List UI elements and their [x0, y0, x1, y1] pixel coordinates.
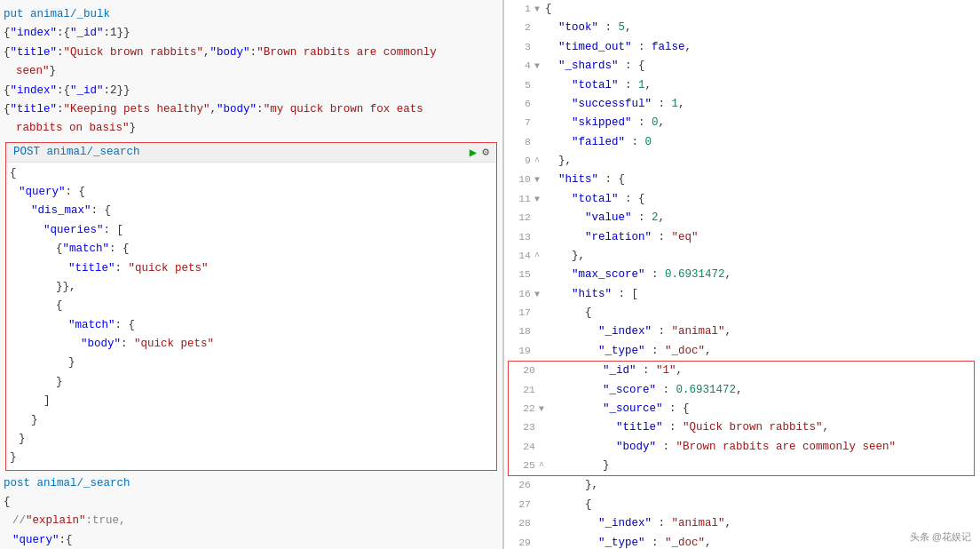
r-line-27: 27 {	[504, 496, 980, 514]
left-content: put animal/_bulk {"index":{"_id":1}} {"t…	[0, 0, 502, 549]
q-line-16: }	[6, 449, 496, 467]
r-line-24: 24 "body" : "Brown rabbits are commonly …	[509, 438, 974, 457]
r-line-10: 10 ▼ "hits" : {	[504, 171, 980, 189]
r-line-6: 6 "successful" : 1,	[504, 95, 980, 114]
settings-icon[interactable]: ⚙	[482, 145, 489, 159]
r-line-23: 23 "title" : "Quick brown rabbits",	[509, 418, 974, 437]
r-line-28: 28 "_index" : "animal",	[504, 514, 980, 533]
q-line-1: {	[6, 164, 496, 183]
r-line-20: 20 "_id" : "1",	[509, 362, 974, 380]
left-panel: put animal/_bulk {"index":{"_id":1}} {"t…	[0, 0, 504, 549]
r-line-2: 2 "took" : 5,	[504, 19, 980, 37]
r-line-21: 21 "_score" : 0.6931472,	[509, 381, 974, 400]
section-icons: ▶ ⚙	[470, 145, 489, 160]
r-line-1: 1 ▼ {	[504, 0, 980, 19]
q-line-13: ]	[6, 392, 496, 410]
r-line-19: 19 "_type" : "_doc",	[504, 342, 980, 361]
q-line-10: "body": "quick pets"	[6, 335, 496, 354]
q-line-14: }	[6, 411, 496, 430]
r-line-13: 13 "relation" : "eq"	[504, 228, 980, 247]
r-line-14: 14 ^ },	[504, 247, 980, 266]
post-line-1: post animal/_search	[0, 474, 502, 493]
r-line-7: 7 "skipped" : 0,	[504, 114, 980, 132]
r-line-29: 29 "_type" : "_doc",	[504, 534, 980, 550]
q-line-12: }	[6, 373, 496, 392]
search-query-section: POST animal/_search ▶ ⚙ { "query": { "di…	[5, 142, 497, 471]
r-line-17: 17 {	[504, 304, 980, 322]
right-bordered-section-1: 20 "_id" : "1", 21 "_score" : 0.6931472,…	[508, 361, 975, 476]
r-line-16: 16 ▼ "hits" : [	[504, 285, 980, 304]
play-icon[interactable]: ▶	[470, 145, 477, 160]
q-line-6: "title": "quick pets"	[6, 259, 496, 278]
section-body-1: { "query": { "dis_max": { "queries": [ {…	[6, 163, 496, 470]
right-content: 1 ▼ { 2 "took" : 5, 3 "timed_out" : fals…	[504, 0, 980, 549]
bulk-line-7: rabbits on basis"}	[0, 119, 502, 138]
section-header-1: POST animal/_search ▶ ⚙	[6, 143, 496, 163]
bulk-line-3: {"title":"Quick brown rabbits","body":"B…	[0, 44, 502, 62]
section-title-1: POST animal/_search	[13, 146, 140, 158]
r-line-22: 22 ▼ "_source" : {	[509, 400, 974, 418]
r-line-3: 3 "timed_out" : false,	[504, 38, 980, 57]
right-panel: 1 ▼ { 2 "took" : 5, 3 "timed_out" : fals…	[504, 0, 980, 549]
r-line-25: 25 ^ }	[509, 457, 974, 475]
r-line-26: 26 },	[504, 476, 980, 495]
q-line-5: {"match": {	[6, 240, 496, 259]
r-line-4: 4 ▼ "_shards" : {	[504, 57, 980, 76]
bulk-line-6: {"title":"Keeping pets healthy","body":"…	[0, 100, 502, 119]
bulk-line-2: {"index":{"_id":1}}	[0, 24, 502, 43]
post-line-4: "query":{	[0, 531, 502, 549]
q-line-3: "dis_max": {	[6, 202, 496, 220]
r-line-12: 12 "value" : 2,	[504, 209, 980, 227]
q-line-4: "queries": [	[6, 221, 496, 240]
post-line-3: //"explain":true,	[0, 512, 502, 530]
bulk-line-5: {"index":{"_id":2}}	[0, 82, 502, 100]
q-line-11: }	[6, 354, 496, 372]
bulk-line-4: seen"}	[0, 62, 502, 81]
q-line-9: "match": {	[6, 316, 496, 335]
r-line-11: 11 ▼ "total" : {	[504, 190, 980, 209]
bulk-line-1: put animal/_bulk	[0, 5, 502, 24]
q-line-7: }},	[6, 278, 496, 297]
q-line-8: {	[6, 297, 496, 315]
post-line-2: {	[0, 493, 502, 512]
r-line-8: 8 "failed" : 0	[504, 133, 980, 152]
r-line-9: 9 ^ },	[504, 152, 980, 171]
q-line-15: }	[6, 430, 496, 449]
r-line-5: 5 "total" : 1,	[504, 76, 980, 95]
q-line-2: "query": {	[6, 183, 496, 202]
r-line-15: 15 "max_score" : 0.6931472,	[504, 266, 980, 284]
r-line-18: 18 "_index" : "animal",	[504, 322, 980, 341]
